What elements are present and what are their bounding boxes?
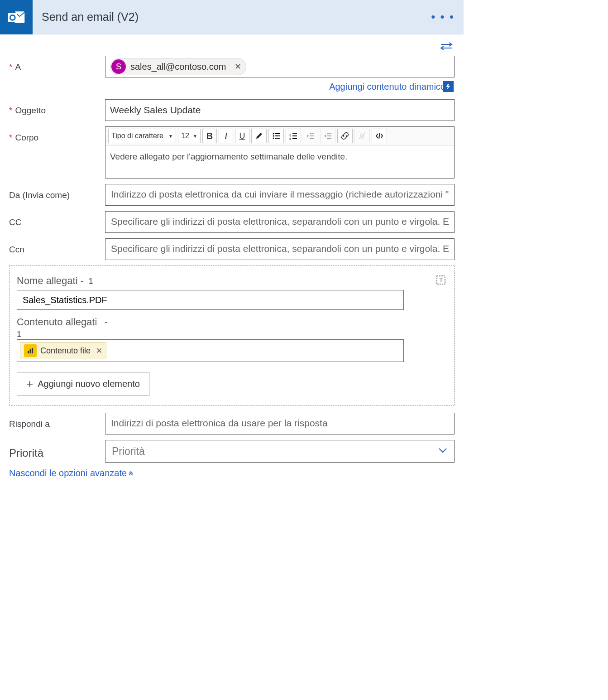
action-title: Send an email (V2) bbox=[33, 10, 431, 24]
recipient-chip[interactable]: S sales_all@contoso.com ✕ bbox=[110, 58, 246, 75]
rich-text-editor: Tipo di carattere ▼ 12 ▼ B I U 123 bbox=[105, 126, 455, 179]
bold-icon[interactable]: B bbox=[202, 129, 217, 143]
switch-input-mode-icon[interactable]: T bbox=[435, 274, 447, 288]
required-asterisk: * bbox=[9, 106, 12, 116]
reply-to-field[interactable]: Indirizzi di posta elettronica da usare … bbox=[105, 413, 455, 434]
underline-icon[interactable]: U bbox=[235, 129, 249, 143]
code-view-icon[interactable] bbox=[372, 129, 387, 143]
add-attachment-button[interactable]: + Aggiungi nuovo elemento bbox=[17, 372, 149, 396]
cc-field[interactable]: Specificare gli indirizzi di posta elett… bbox=[105, 211, 455, 233]
from-field[interactable]: Indirizzo di posta elettronica da cui in… bbox=[105, 184, 455, 206]
attachment-name-input[interactable] bbox=[17, 290, 404, 310]
swap-connection-icon[interactable] bbox=[440, 42, 453, 53]
svg-rect-7 bbox=[275, 133, 280, 134]
bcc-label: Ccn bbox=[9, 238, 100, 255]
dynamic-flash-icon[interactable] bbox=[443, 81, 454, 92]
svg-point-6 bbox=[273, 133, 274, 135]
add-dynamic-content-link[interactable]: Aggiungi contenuto dinamico bbox=[329, 82, 445, 92]
to-label: * A bbox=[9, 56, 100, 72]
svg-rect-30 bbox=[28, 351, 29, 353]
svg-rect-11 bbox=[275, 138, 280, 139]
svg-line-27 bbox=[379, 133, 380, 139]
cc-label: CC bbox=[9, 211, 100, 227]
svg-rect-1 bbox=[8, 13, 17, 22]
svg-rect-31 bbox=[30, 349, 31, 353]
svg-marker-25 bbox=[324, 135, 326, 137]
svg-text:T: T bbox=[439, 276, 443, 284]
svg-rect-15 bbox=[292, 135, 297, 136]
numbered-list-icon[interactable]: 123 bbox=[286, 129, 301, 143]
attachments-name-label: Nome allegati - bbox=[17, 275, 84, 287]
priority-label: Priorità bbox=[9, 443, 100, 459]
recipient-email: sales_all@contoso.com bbox=[130, 62, 226, 72]
body-textarea[interactable]: Vedere allegato per l'aggiornamento sett… bbox=[105, 145, 454, 178]
reply-to-label: Rispondi a bbox=[9, 413, 100, 429]
more-menu-icon[interactable]: • • • bbox=[431, 10, 464, 24]
subject-input[interactable] bbox=[110, 105, 450, 116]
outlook-icon bbox=[0, 0, 33, 34]
indent-icon bbox=[320, 129, 335, 143]
attachments-section: Nome allegati - 1 T Contenuto allegati -… bbox=[9, 266, 455, 406]
rte-toolbar: Tipo di carattere ▼ 12 ▼ B I U 123 bbox=[105, 127, 454, 145]
svg-rect-24 bbox=[327, 138, 331, 139]
attachment-content-field[interactable]: Contenuto file ✕ bbox=[17, 339, 404, 362]
dynamic-content-token[interactable]: Contenuto file ✕ bbox=[20, 342, 106, 359]
powerbi-icon bbox=[24, 344, 37, 357]
plus-icon: + bbox=[26, 377, 33, 391]
bcc-field[interactable]: Specificare gli indirizzi di posta elett… bbox=[105, 238, 455, 260]
to-field[interactable]: S sales_all@contoso.com ✕ bbox=[105, 56, 455, 77]
svg-rect-9 bbox=[275, 135, 280, 136]
subject-label: * Oggetto bbox=[9, 99, 100, 116]
svg-marker-5 bbox=[446, 84, 450, 89]
svg-rect-18 bbox=[310, 133, 314, 134]
chevron-down-icon bbox=[438, 447, 448, 456]
required-asterisk: * bbox=[9, 62, 12, 72]
svg-rect-23 bbox=[327, 135, 331, 136]
hide-advanced-options-link[interactable]: Nascondi le opzioni avanzate bbox=[9, 468, 455, 478]
color-picker-icon[interactable] bbox=[251, 129, 267, 143]
subject-field[interactable] bbox=[105, 99, 455, 121]
body-label: * Corpo bbox=[9, 126, 100, 143]
svg-point-10 bbox=[273, 138, 274, 139]
from-label: Da (Invia come) bbox=[9, 184, 100, 200]
font-size-selector[interactable]: 12 ▼ bbox=[178, 129, 201, 143]
svg-rect-20 bbox=[310, 138, 314, 139]
avatar: S bbox=[111, 59, 126, 74]
bulleted-list-icon[interactable] bbox=[268, 129, 284, 143]
unlink-icon bbox=[354, 129, 370, 143]
required-asterisk: * bbox=[9, 133, 12, 143]
svg-rect-32 bbox=[32, 348, 33, 353]
svg-rect-13 bbox=[292, 133, 297, 134]
outdent-icon bbox=[303, 129, 318, 143]
priority-select[interactable]: Priorità bbox=[105, 440, 455, 463]
italic-icon[interactable]: I bbox=[219, 129, 233, 143]
font-family-selector[interactable]: Tipo di carattere ▼ bbox=[108, 129, 176, 143]
remove-recipient-icon[interactable]: ✕ bbox=[235, 62, 241, 72]
svg-point-8 bbox=[273, 135, 274, 137]
link-icon[interactable] bbox=[337, 129, 353, 143]
svg-rect-22 bbox=[327, 133, 331, 134]
svg-text:3: 3 bbox=[289, 138, 291, 140]
svg-rect-17 bbox=[292, 138, 297, 139]
svg-rect-19 bbox=[310, 135, 314, 136]
attachments-content-label: Contenuto allegati bbox=[17, 316, 97, 328]
remove-token-icon[interactable]: ✕ bbox=[96, 346, 102, 356]
svg-marker-21 bbox=[307, 135, 309, 137]
action-header: Send an email (V2) • • • bbox=[0, 0, 464, 34]
